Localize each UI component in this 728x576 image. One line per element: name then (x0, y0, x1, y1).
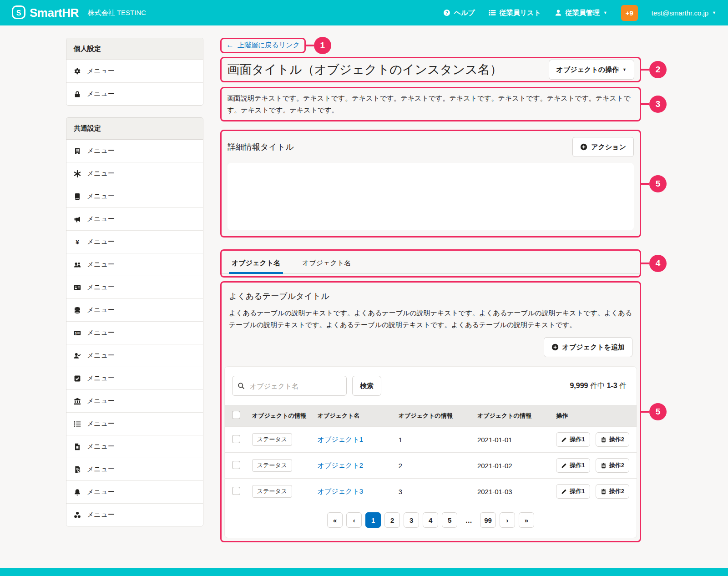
employee-list-label: 従業員リスト (500, 9, 541, 17)
sidebar-menu-item[interactable]: メニュー (66, 344, 203, 367)
sidebar-menu-item[interactable]: メニュー (66, 253, 203, 276)
sidebar-menu-label: メニュー (87, 442, 115, 451)
bell-icon (74, 489, 81, 496)
caret-down-icon: ▼ (712, 11, 716, 15)
sidebar-menu-item[interactable]: メニュー (66, 60, 203, 82)
page-description: 画面説明テキストです。テキストです。テキストです。テキストです。テキストです。テ… (227, 92, 634, 116)
search-input[interactable] (232, 376, 347, 396)
sidebar-menu-item[interactable]: メニュー (66, 435, 203, 458)
prev-page-button[interactable]: ‹ (346, 512, 362, 528)
plus-circle-icon (551, 344, 559, 351)
page-button: … (461, 512, 476, 528)
trash-icon (601, 489, 607, 495)
sidebar-menu-item[interactable]: メニュー (66, 458, 203, 480)
page-button[interactable]: 5 (442, 512, 457, 528)
object-info-cell: 2 (395, 453, 474, 479)
edit-button[interactable]: 操作1 (556, 458, 590, 473)
page-title: 画面タイトル（オブジェクトのインスタンス名） (227, 61, 502, 78)
page-button[interactable]: 1 (365, 512, 381, 528)
page-button[interactable]: 99 (480, 512, 496, 528)
sidebar-menu-item[interactable]: メニュー (66, 185, 203, 207)
sidebar-menu-item[interactable]: メニュー (66, 389, 203, 412)
delete-button[interactable]: 操作2 (596, 432, 629, 447)
sidebar-menu-item[interactable]: メニュー (66, 367, 203, 389)
sidebar-menu-item[interactable]: $ メニュー (66, 321, 203, 344)
table-panel-title: よくあるテーブルタイトル (229, 291, 632, 302)
object-link[interactable]: オブジェクト1 (318, 435, 363, 443)
tab-object-name[interactable]: オブジェクト名 (299, 252, 354, 273)
help-link[interactable]: ? ヘルプ (443, 9, 475, 17)
row-checkbox[interactable] (232, 487, 240, 495)
sidebar-menu-item[interactable]: ¥ メニュー (66, 230, 203, 253)
account-menu[interactable]: test@smarthr.co.jp ▼ (652, 9, 716, 17)
employee-list-link[interactable]: 従業員リスト (489, 9, 541, 17)
sidebar-menu-item[interactable]: メニュー (66, 298, 203, 321)
sidebar-menu-item[interactable]: メニュー (66, 162, 203, 185)
sidebar-menu-label: メニュー (87, 374, 115, 383)
personal-settings-section: 個人設定 メニュー メニュー (66, 38, 203, 106)
delete-button[interactable]: 操作2 (596, 484, 629, 499)
column-header: オブジェクトの情報 (248, 405, 314, 427)
sidebar-menu-item[interactable]: メニュー (66, 82, 203, 105)
sidebar-menu-item[interactable]: メニュー (66, 207, 203, 230)
object-actions-dropdown[interactable]: オブジェクトの操作 ▼ (549, 60, 634, 80)
sidebar-menu-label: メニュー (87, 419, 115, 428)
delete-button[interactable]: 操作2 (596, 458, 629, 473)
tab-bar: オブジェクト名 オブジェクト名 (222, 252, 640, 274)
notification-badge[interactable]: +9 (621, 5, 638, 21)
back-link[interactable]: ← 上階層に戻るリンク (226, 40, 300, 50)
employee-admin-menu[interactable]: 従業員管理 ▼ (555, 9, 607, 17)
add-object-button[interactable]: オブジェクトを追加 (544, 337, 632, 357)
asterisk-icon (74, 170, 81, 177)
column-header: オブジェクトの情報 (395, 405, 474, 427)
page-button[interactable]: 2 (384, 512, 400, 528)
smarthr-logo[interactable]: S SmartHR (12, 5, 79, 20)
sidebar-menu-item[interactable]: メニュー (66, 140, 203, 162)
tab-object-name[interactable]: オブジェクト名 (229, 252, 283, 273)
object-link[interactable]: オブジェクト2 (318, 461, 363, 469)
sidebar-menu-item[interactable]: メニュー (66, 412, 203, 435)
edit-button[interactable]: 操作1 (556, 432, 590, 447)
row-checkbox[interactable] (232, 435, 240, 443)
first-page-button[interactable]: « (327, 512, 343, 528)
annotation-4: 4 (649, 255, 667, 272)
svg-text:¥: ¥ (76, 238, 79, 246)
last-page-button[interactable]: » (519, 512, 534, 528)
page-button[interactable]: 4 (423, 512, 438, 528)
sidebar-menu-label: メニュー (87, 306, 115, 314)
sidebar-menu-label: メニュー (87, 283, 115, 292)
table-row: ステータス オブジェクト3 3 2021-01-03 操作1 (225, 479, 637, 505)
plus-circle-icon (580, 143, 587, 151)
column-header: オブジェクト名 (314, 405, 395, 427)
sidebar-menu-item[interactable]: メニュー (66, 503, 203, 526)
select-all-checkbox[interactable] (232, 411, 240, 419)
trash-icon (601, 463, 607, 469)
file-icon (74, 443, 81, 450)
object-date-cell: 2021-01-02 (474, 453, 552, 479)
sidebar-section-title: 共通設定 (66, 118, 203, 140)
help-label: ヘルプ (454, 9, 475, 17)
sidebar-menu-label: メニュー (87, 192, 115, 201)
edit-button[interactable]: 操作1 (556, 484, 590, 499)
gear-icon (74, 68, 81, 75)
search-button[interactable]: 検索 (352, 376, 381, 396)
page-button[interactable]: 3 (404, 512, 419, 528)
common-settings-section: 共通設定 メニュー メニュー メニュー (66, 117, 203, 526)
clipboard-check-icon (74, 466, 81, 473)
object-link[interactable]: オブジェクト3 (318, 487, 363, 495)
row-checkbox[interactable] (232, 461, 240, 469)
annotation-5: 5 (649, 403, 667, 420)
action-button[interactable]: アクション (572, 137, 634, 157)
edit-button-label: 操作1 (570, 435, 585, 444)
back-link-annotation-box: ← 上階層に戻るリンク 1 (220, 38, 306, 53)
table-panel-description: よくあるテーブルの説明テキストです。よくあるテーブルの説明テキストです。よくある… (229, 307, 632, 331)
sidebar-menu-item[interactable]: メニュー (66, 480, 203, 503)
table-card: 検索 9,999 件中 1-3 件 オブジェクトの情報 オブジェクト名 (224, 366, 637, 538)
yen-icon: ¥ (74, 238, 81, 246)
column-header: オブジェクトの情報 (474, 405, 552, 427)
sidebar-menu-item[interactable]: メニュー (66, 276, 203, 298)
object-actions-label: オブジェクトの操作 (556, 66, 619, 74)
table-header-row: オブジェクトの情報 オブジェクト名 オブジェクトの情報 オブジェクトの情報 操作 (225, 405, 637, 427)
next-page-button[interactable]: › (500, 512, 515, 528)
sidebar-menu-label: メニュー (87, 169, 115, 178)
